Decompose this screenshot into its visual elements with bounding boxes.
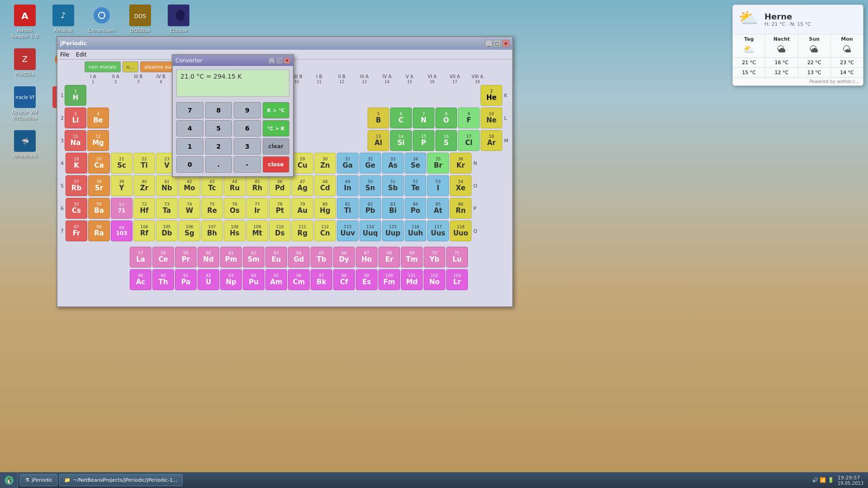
element-Cf[interactable]: 98Cf — [333, 269, 355, 290]
key-3[interactable]: 3 — [234, 138, 261, 155]
element-Ce[interactable]: 58Ce — [152, 247, 174, 267]
taskbar-item-netbeans[interactable]: 📁 ~/NetBeansProjects/jPeriodic/jPeriodic… — [59, 474, 182, 486]
converter-minimize-button[interactable]: _ — [269, 57, 275, 64]
element-Pd[interactable]: 46Pd — [269, 175, 291, 196]
legend-non-metals[interactable]: non metals — [85, 61, 121, 72]
element-Hf[interactable]: 72Hf — [133, 198, 155, 219]
element-Uuh[interactable]: 116Uuh — [405, 221, 426, 241]
element-Dy[interactable]: 66Dy — [333, 247, 355, 267]
legend-noble[interactable]: n... — [123, 61, 138, 72]
element-Pb[interactable]: 82Pb — [359, 198, 381, 219]
element-Cl[interactable]: 17Cl — [458, 130, 480, 151]
element-W[interactable]: 74W — [179, 198, 200, 219]
element-Te[interactable]: 52Te — [405, 175, 426, 196]
element-Uup[interactable]: 115Uup — [382, 221, 404, 241]
element-P[interactable]: 15P — [413, 130, 434, 151]
element-Fm[interactable]: 100Fm — [378, 269, 400, 290]
element-Ag[interactable]: 47Ag — [292, 175, 313, 196]
element-Bi[interactable]: 83Bi — [382, 198, 404, 219]
element-Xe[interactable]: 54Xe — [450, 175, 472, 196]
element-La[interactable]: 57La — [130, 247, 151, 267]
element-Bk[interactable]: 97Bk — [311, 269, 332, 290]
key-dot[interactable]: . — [205, 156, 232, 173]
element-Mo[interactable]: 42Mo — [179, 175, 200, 196]
element-S[interactable]: 16S — [435, 130, 457, 151]
element-Ds[interactable]: 110Ds — [269, 221, 291, 241]
element-H[interactable]: 1 H — [65, 85, 86, 106]
element-Yb[interactable]: 70Yb — [424, 247, 445, 267]
key-0[interactable]: 0 — [176, 156, 203, 173]
element-Hs[interactable]: 108Hs — [224, 221, 245, 241]
element-Ge[interactable]: 32Ge — [359, 153, 381, 174]
element-Rn[interactable]: 86Rn — [450, 198, 472, 219]
element-Pt[interactable]: 78Pt — [269, 198, 291, 219]
element-Uut[interactable]: 113Uuv — [337, 221, 359, 241]
key-6[interactable]: 6 — [234, 120, 261, 136]
element-Ar[interactable]: 18Ar — [481, 130, 502, 151]
element-Po[interactable]: 84Po — [405, 198, 426, 219]
menu-edit[interactable]: Edit — [76, 52, 86, 58]
element-Rb[interactable]: 37Rb — [66, 175, 87, 196]
element-Al[interactable]: 13Al — [368, 130, 389, 151]
jperiodic-titlebar[interactable]: jPeriodic _ □ ✕ — [57, 37, 512, 50]
element-Nb[interactable]: 41Nb — [156, 175, 178, 196]
element-Sg[interactable]: 106Sg — [179, 221, 200, 241]
element-Br[interactable]: 35Br — [427, 153, 449, 174]
element-Ba[interactable]: 56Ba — [88, 198, 110, 219]
element-Eu[interactable]: 63Eu — [265, 247, 287, 267]
element-Cs[interactable]: 55Cs — [66, 198, 87, 219]
element-Mt[interactable]: 109Mt — [246, 221, 268, 241]
key-5[interactable]: 5 — [205, 120, 232, 136]
element-Md[interactable]: 101Md — [401, 269, 423, 290]
element-Sm[interactable]: 62Sm — [243, 247, 264, 267]
element-Ga[interactable]: 31Ga — [337, 153, 359, 174]
close-button[interactable]: close — [263, 156, 290, 173]
element-No[interactable]: 102No — [424, 269, 445, 290]
desktop-icon-oracle-vm[interactable]: Oracle VM Oracle VM VirtualBox — [9, 86, 41, 121]
desktop-icon-wireshark[interactable]: 🦈 Wireshark — [9, 130, 41, 159]
element-Lr[interactable]: 103Lr — [446, 269, 468, 290]
element-Pu[interactable]: 94Pu — [243, 269, 264, 290]
element-U[interactable]: 92U — [198, 269, 219, 290]
element-Sr[interactable]: 38Sr — [88, 175, 110, 196]
element-Kr[interactable]: 36Kr — [450, 153, 472, 174]
element-Ra[interactable]: 88Ra — [88, 221, 110, 241]
element-Hg[interactable]: 80Hg — [314, 198, 336, 219]
element-Ac[interactable]: 89Ac — [130, 269, 151, 290]
element-F[interactable]: 9F — [458, 108, 480, 128]
element-Rf[interactable]: 104Rf — [133, 221, 155, 241]
element-Au[interactable]: 79Au — [292, 198, 313, 219]
element-Ac89-103[interactable]: 89103 — [111, 221, 132, 241]
element-Na[interactable]: 11Na — [65, 130, 86, 151]
element-O[interactable]: 8O — [435, 108, 457, 128]
element-Cm[interactable]: 96Cm — [288, 269, 310, 290]
element-Zr[interactable]: 40Zr — [133, 175, 155, 196]
element-La57-71[interactable]: 5771 — [111, 198, 132, 219]
element-Pr[interactable]: 59Pr — [175, 247, 197, 267]
element-Tl[interactable]: 81Tl — [337, 198, 359, 219]
key-1[interactable]: 1 — [176, 138, 203, 155]
element-Uuo[interactable]: 118Uuo — [450, 221, 472, 241]
element-Nd[interactable]: 60Nd — [198, 247, 219, 267]
element-Tm[interactable]: 69Tm — [401, 247, 423, 267]
element-Am[interactable]: 95Am — [265, 269, 287, 290]
element-Lu[interactable]: 71Lu — [446, 247, 468, 267]
clear-button[interactable]: clear — [263, 138, 290, 155]
element-Rg[interactable]: 111Rg — [292, 221, 313, 241]
element-Db[interactable]: 105Db — [156, 221, 178, 241]
element-Uuq[interactable]: 114Uuq — [359, 221, 381, 241]
element-Cd[interactable]: 48Cd — [314, 175, 336, 196]
element-Re[interactable]: 75Re — [201, 198, 223, 219]
element-He[interactable]: 2 He — [481, 85, 502, 106]
element-Ru[interactable]: 44Ru — [224, 175, 245, 196]
element-As[interactable]: 33As — [382, 153, 404, 174]
window-maximize-button[interactable]: □ — [494, 40, 501, 47]
element-K[interactable]: 19K — [66, 153, 87, 174]
window-minimize-button[interactable]: _ — [485, 40, 492, 47]
converter-close-button[interactable]: ✕ — [284, 57, 290, 64]
element-Mg[interactable]: 12Mg — [87, 130, 109, 151]
key-minus[interactable]: - — [234, 156, 261, 173]
element-Es[interactable]: 99Es — [356, 269, 377, 290]
desktop-icon-filezilla[interactable]: Z FileZilla — [9, 48, 41, 77]
key-c-to-k[interactable]: °C > K — [263, 120, 290, 136]
